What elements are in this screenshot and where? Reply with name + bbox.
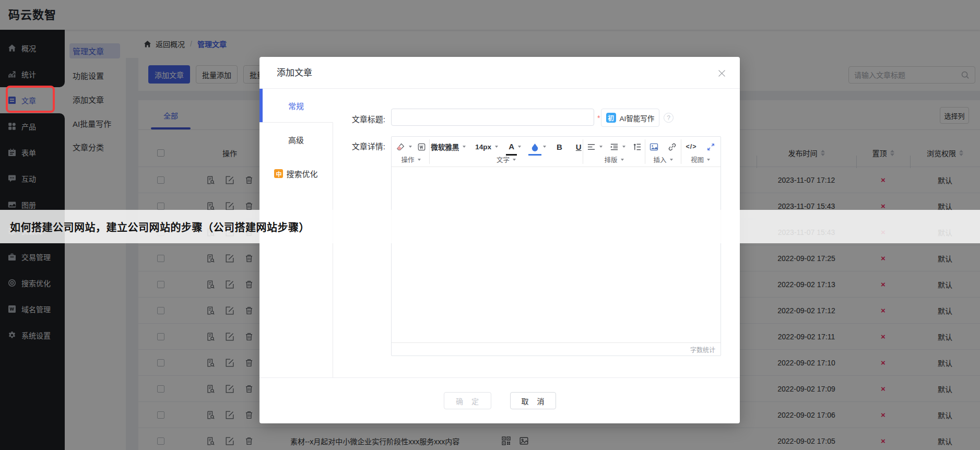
dialog-title: 添加文章: [277, 57, 312, 89]
line-height-button[interactable]: [631, 140, 644, 153]
indent-caret[interactable]: [622, 146, 625, 148]
word-count-label[interactable]: 字数统计: [690, 345, 715, 354]
editor-group-layout-label[interactable]: 排版: [604, 155, 623, 164]
source-code-icon[interactable]: </>: [683, 140, 699, 153]
align-button[interactable]: [585, 140, 598, 153]
close-icon[interactable]: [717, 69, 726, 78]
dialog-header: 添加文章: [259, 57, 740, 89]
dialog-tab-seo[interactable]: 中 搜索优化: [259, 157, 333, 191]
editor-group-insert-label[interactable]: 插入: [653, 155, 672, 164]
editor-group-operation-label[interactable]: 操作: [401, 155, 420, 164]
dialog-footer: 确 定 取 消: [259, 377, 740, 423]
font-color-caret[interactable]: [518, 146, 521, 148]
required-asterisk: *: [597, 114, 600, 122]
editor-group-view: </> 视图: [681, 137, 719, 167]
ai-writing-icon: 初: [606, 113, 616, 123]
article-title-input[interactable]: [391, 109, 594, 126]
font-size-select[interactable]: 14px: [473, 140, 493, 153]
background-color-caret[interactable]: [543, 146, 546, 148]
font-color-button[interactable]: A: [506, 140, 516, 153]
editor-group-insert: 插入: [645, 137, 681, 167]
editor-group-text: 微软雅黑 14px A B U 文字: [430, 137, 583, 167]
caption-band: 如何搭建公司网站，建立公司网站的步骤（公司搭建网站步骤）: [0, 210, 980, 243]
eraser-icon[interactable]: [394, 140, 407, 153]
article-title-label: 文章标题:: [333, 113, 385, 124]
confirm-button[interactable]: 确 定: [444, 392, 491, 409]
caption-text: 如何搭建公司网站，建立公司网站的步骤（公司搭建网站步骤）: [10, 219, 310, 234]
insert-image-icon[interactable]: [647, 140, 660, 153]
insert-link-icon[interactable]: [666, 140, 679, 153]
font-family-caret[interactable]: [463, 146, 466, 148]
eraser-dropdown-caret[interactable]: [409, 146, 412, 148]
ai-writing-button[interactable]: 初 AI智能写作: [601, 109, 659, 127]
cancel-button[interactable]: 取 消: [510, 392, 556, 409]
font-size-caret[interactable]: [495, 146, 498, 148]
editor-content-area[interactable]: [392, 167, 721, 342]
editor-group-text-label[interactable]: 文字: [497, 155, 516, 164]
bold-button[interactable]: B: [554, 140, 564, 153]
dialog-tab-general[interactable]: 常规: [259, 89, 333, 123]
align-caret[interactable]: [599, 146, 603, 148]
editor-group-view-label[interactable]: 视图: [691, 155, 710, 164]
editor-toolbar: 操作 微软雅黑 14px A B U: [392, 137, 721, 167]
rich-text-editor: 操作 微软雅黑 14px A B U: [391, 136, 721, 356]
indent-button[interactable]: [608, 140, 621, 153]
editor-group-operation: 操作: [393, 137, 429, 167]
underline-button[interactable]: U: [574, 140, 584, 153]
dialog-tab-advanced[interactable]: 高级: [259, 123, 333, 157]
fullscreen-icon[interactable]: [704, 140, 717, 153]
background-color-button[interactable]: [528, 140, 541, 153]
help-icon[interactable]: ?: [664, 113, 674, 123]
seo-cn-badge-icon: 中: [274, 169, 283, 178]
editor-group-layout: 排版: [583, 137, 645, 167]
article-detail-label: 文章详情:: [333, 140, 385, 151]
import-word-icon[interactable]: [415, 140, 428, 153]
font-family-select[interactable]: 微软雅黑: [429, 140, 461, 153]
word-count-bar: 字数统计: [392, 342, 721, 356]
